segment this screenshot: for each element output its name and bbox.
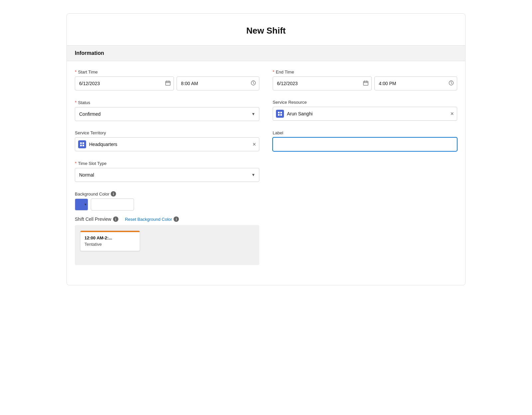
service-territory-icon bbox=[78, 140, 86, 148]
start-date-wrap bbox=[75, 76, 174, 90]
svg-rect-6 bbox=[278, 114, 280, 116]
territory-label-row: Service Territory × bbox=[75, 130, 457, 151]
end-time-required: * bbox=[273, 69, 274, 74]
shift-card: 12:00 AM-2:... Tentative bbox=[80, 230, 140, 251]
end-time-label: * End Time bbox=[273, 69, 457, 74]
service-resource-input[interactable] bbox=[273, 107, 457, 121]
preview-info-icon: i bbox=[113, 216, 118, 222]
background-color-field: Background Color i ▼ Shift Cell Preview bbox=[75, 191, 259, 265]
status-field: * Status Confirmed Tentative Cancelled ▼ bbox=[75, 100, 259, 121]
swatch-dropdown-arrow: ▼ bbox=[84, 199, 87, 210]
svg-rect-9 bbox=[82, 142, 84, 144]
start-date-calendar-icon[interactable] bbox=[165, 80, 171, 87]
status-resource-row: * Status Confirmed Tentative Cancelled ▼… bbox=[75, 100, 457, 121]
svg-rect-10 bbox=[80, 145, 82, 146]
new-shift-form: New Shift Information * Start Time bbox=[66, 13, 466, 285]
label-field: Label bbox=[273, 130, 457, 151]
service-resource-icon bbox=[276, 110, 284, 118]
bg-color-label: Background Color i bbox=[75, 191, 259, 197]
svg-rect-2 bbox=[363, 81, 368, 85]
start-time-field: * Start Time bbox=[75, 69, 259, 90]
end-time-inputs bbox=[273, 76, 457, 90]
time-slot-select[interactable]: Normal Extended Reduced bbox=[75, 168, 259, 182]
reset-info-icon: i bbox=[174, 216, 179, 222]
svg-rect-11 bbox=[82, 145, 84, 146]
service-resource-label: Service Resource bbox=[273, 100, 457, 105]
start-time-label: * Start Time bbox=[75, 69, 259, 74]
color-hex-input[interactable] bbox=[91, 199, 134, 210]
start-date-input[interactable] bbox=[75, 76, 174, 90]
end-time-wrap bbox=[374, 76, 457, 90]
status-required: * bbox=[75, 100, 76, 105]
start-end-time-row: * Start Time bbox=[75, 69, 457, 90]
start-time-required: * bbox=[75, 69, 76, 74]
service-resource-clear-button[interactable]: × bbox=[450, 111, 454, 117]
time-slot-select-wrap: Normal Extended Reduced ▼ bbox=[75, 168, 259, 182]
time-slot-type-field: * Time Slot Type Normal Extended Reduced… bbox=[75, 161, 259, 182]
start-time-clock-icon[interactable] bbox=[251, 80, 256, 87]
reset-background-color-link[interactable]: Reset Background Color i bbox=[125, 216, 179, 222]
preview-area: 12:00 AM-2:... Tentative bbox=[75, 225, 259, 265]
svg-rect-8 bbox=[80, 142, 82, 144]
end-time-field: * End Time bbox=[273, 69, 457, 90]
color-swatch-button[interactable]: ▼ bbox=[75, 199, 88, 210]
svg-rect-4 bbox=[278, 112, 280, 113]
end-date-wrap bbox=[273, 76, 372, 90]
label-field-label: Label bbox=[273, 130, 457, 135]
color-swatch bbox=[76, 201, 83, 208]
start-time-wrap bbox=[177, 76, 259, 90]
svg-rect-7 bbox=[280, 114, 282, 116]
start-time-inputs bbox=[75, 76, 259, 90]
shift-card-body: 12:00 AM-2:... Tentative bbox=[80, 232, 140, 251]
form-body: * Start Time bbox=[67, 61, 465, 285]
service-resource-wrap: × bbox=[273, 107, 457, 121]
end-date-input[interactable] bbox=[273, 76, 372, 90]
svg-rect-0 bbox=[166, 81, 170, 85]
end-date-calendar-icon[interactable] bbox=[363, 80, 368, 87]
status-select[interactable]: Confirmed Tentative Cancelled bbox=[75, 107, 259, 121]
empty-col-2 bbox=[273, 191, 457, 265]
section-header: Information bbox=[67, 45, 465, 61]
preview-header: Shift Cell Preview i Reset Background Co… bbox=[75, 216, 259, 222]
end-time-input[interactable] bbox=[374, 76, 457, 90]
status-select-wrap: Confirmed Tentative Cancelled ▼ bbox=[75, 107, 259, 121]
color-row: ▼ bbox=[75, 199, 259, 210]
end-time-clock-icon[interactable] bbox=[449, 80, 454, 87]
start-time-input[interactable] bbox=[177, 76, 259, 90]
time-slot-type-label: * Time Slot Type bbox=[75, 161, 259, 166]
page-title: New Shift bbox=[67, 14, 465, 45]
svg-rect-5 bbox=[280, 112, 282, 113]
service-territory-wrap: × bbox=[75, 137, 259, 151]
time-slot-required: * bbox=[75, 161, 76, 166]
service-resource-field: Service Resource × bbox=[273, 100, 457, 121]
time-slot-row: * Time Slot Type Normal Extended Reduced… bbox=[75, 161, 457, 182]
service-territory-field: Service Territory × bbox=[75, 130, 259, 151]
shift-card-status: Tentative bbox=[84, 242, 136, 247]
preview-title: Shift Cell Preview i bbox=[75, 216, 118, 222]
empty-col-1 bbox=[273, 161, 457, 182]
bg-color-info-icon: i bbox=[111, 191, 116, 197]
shift-cell-preview-section: Shift Cell Preview i Reset Background Co… bbox=[75, 216, 259, 265]
status-label: * Status bbox=[75, 100, 259, 105]
bg-color-row: Background Color i ▼ Shift Cell Preview bbox=[75, 191, 457, 265]
service-territory-clear-button[interactable]: × bbox=[252, 141, 256, 147]
service-territory-input[interactable] bbox=[75, 137, 259, 151]
label-input[interactable] bbox=[273, 137, 457, 151]
service-territory-label: Service Territory bbox=[75, 130, 259, 135]
shift-card-time: 12:00 AM-2:... bbox=[84, 235, 136, 240]
